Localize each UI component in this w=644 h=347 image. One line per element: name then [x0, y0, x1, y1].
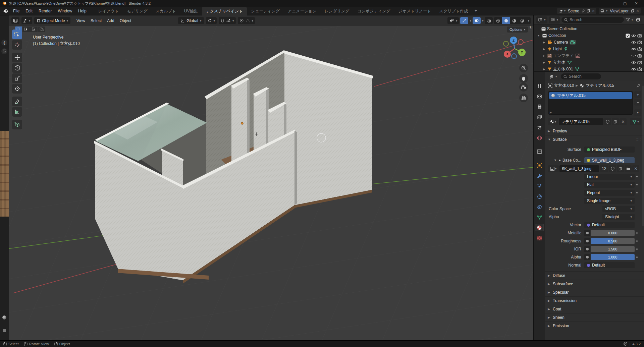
- panel-surface[interactable]: ▼ Surface ⁚⁚⁚⁚: [545, 135, 644, 143]
- extension-dropdown[interactable]: Repeat▾: [584, 190, 635, 196]
- tool-scale[interactable]: [12, 73, 22, 83]
- viewport-3d[interactable]: ▾ Object Mode ▾ View Select Add Object G…: [0, 15, 533, 340]
- gizmo-axis-z-neg[interactable]: [511, 53, 517, 59]
- tool-add-cube[interactable]: [12, 120, 22, 129]
- xray-toggle[interactable]: [485, 17, 493, 24]
- roughness-slider[interactable]: 0.500: [591, 238, 635, 244]
- gizmo-axis-x[interactable]: X: [504, 51, 511, 58]
- snap-toggle-group[interactable]: ▾: [219, 17, 236, 24]
- color-space-dropdown[interactable]: sRGB▾: [602, 206, 635, 212]
- open-image-button[interactable]: [625, 165, 632, 172]
- breadcrumb-material[interactable]: マテリアル.015: [586, 83, 614, 89]
- tab-modeling[interactable]: モデリング: [123, 7, 151, 15]
- panel-sheen[interactable]: ▶Sheen: [545, 313, 644, 322]
- navigation-gizmo[interactable]: Z X Y: [496, 27, 533, 64]
- base-color-texture-button[interactable]: SK_wall_1_3.jpeg: [584, 157, 635, 163]
- row-scene-collection[interactable]: Scene Collection: [534, 25, 644, 32]
- toggle-ortho-button[interactable]: [519, 94, 528, 102]
- tab-constraints[interactable]: [535, 203, 544, 211]
- browse-image-button[interactable]: ▾: [548, 165, 559, 172]
- tab-compositing[interactable]: コンポジティング: [353, 7, 394, 15]
- row-empty-image[interactable]: ▶ エンプティ: [534, 52, 644, 59]
- mode-history-dropdown[interactable]: ▾: [21, 17, 32, 24]
- camera-view-button[interactable]: [519, 83, 528, 92]
- fake-user-button[interactable]: [604, 118, 611, 125]
- tool-select-box[interactable]: [12, 30, 22, 39]
- image-fake-user-button[interactable]: [609, 165, 616, 172]
- tab-render[interactable]: [535, 93, 544, 100]
- animate-dot-icon[interactable]: [635, 240, 639, 242]
- roughness-socket-button[interactable]: [584, 238, 590, 244]
- properties-scrollbar[interactable]: [642, 85, 644, 226]
- expand-caret-icon[interactable]: ▶: [542, 61, 546, 64]
- gizmo-options-chevron[interactable]: ▾: [470, 19, 471, 22]
- eye-open-icon[interactable]: [631, 34, 636, 38]
- remove-slot-button[interactable]: −: [634, 99, 641, 106]
- menu-window[interactable]: Window: [55, 7, 75, 15]
- panel-preview[interactable]: ▶ Preview ⁚⁚⁚⁚: [545, 127, 644, 135]
- expand-caret-icon[interactable]: ▶: [542, 48, 546, 51]
- link-mode-button[interactable]: ▾: [630, 118, 641, 125]
- expand-icon[interactable]: ▶: [550, 111, 552, 114]
- tab-scene[interactable]: [535, 124, 544, 131]
- tab-scripting[interactable]: スクリプト作成: [435, 7, 472, 15]
- collapse-caret-icon[interactable]: ▼: [554, 159, 557, 162]
- drag-handle-icon[interactable]: ⁚⁚⁚⁚: [636, 129, 641, 133]
- copy-material-button[interactable]: [612, 118, 619, 125]
- copy-image-button[interactable]: [617, 165, 624, 172]
- mesh-data-badge[interactable]: [574, 67, 580, 71]
- expand-caret-icon[interactable]: ▼: [537, 34, 541, 37]
- panel-subsurface[interactable]: ▶Subsurface: [545, 280, 644, 288]
- empty-data-badge[interactable]: [575, 53, 581, 58]
- tab-rendering[interactable]: レンダリング: [321, 7, 354, 15]
- show-gizmo-toggle[interactable]: [460, 17, 468, 24]
- render-camera-icon[interactable]: [637, 40, 642, 44]
- gizmo-axis-y[interactable]: Y: [518, 49, 526, 56]
- row-camera[interactable]: ▶ Camera: [534, 39, 644, 46]
- scene-canvas[interactable]: [0, 15, 533, 340]
- surface-shader-button[interactable]: Principled BSDF: [584, 147, 635, 153]
- row-cube[interactable]: ▶ 立方体: [534, 59, 644, 66]
- render-camera-icon[interactable]: [637, 47, 642, 51]
- material-slot-selected[interactable]: マテリアル.015: [549, 92, 632, 99]
- panel-specular[interactable]: ▶Specular: [545, 288, 644, 296]
- image-editor-icon[interactable]: [1, 48, 7, 54]
- panel-diffuse[interactable]: ▶Diffuse: [545, 271, 644, 280]
- selectability-visibility-dropdown[interactable]: ▾: [447, 17, 459, 24]
- outliner-display-mode[interactable]: ▾: [536, 16, 547, 23]
- shading-options-chevron[interactable]: ▾: [526, 19, 531, 22]
- tab-layout[interactable]: レイアウト: [94, 7, 123, 15]
- new-collection-button[interactable]: [635, 16, 642, 23]
- tab-collection[interactable]: [535, 148, 544, 155]
- expand-caret-icon[interactable]: ▶: [542, 41, 546, 44]
- animate-dot-icon[interactable]: [635, 248, 639, 250]
- tab-sculpting[interactable]: スカルプト: [152, 7, 180, 15]
- menu-object[interactable]: Object: [117, 17, 134, 24]
- copy-icon[interactable]: [631, 9, 635, 13]
- expand-editor-button[interactable]: ❮: [1, 40, 7, 46]
- tool-rotate[interactable]: [12, 63, 22, 73]
- select-mode-intersect-button[interactable]: [38, 26, 45, 32]
- row-cube-001[interactable]: ▶ 立方体.001: [534, 66, 644, 71]
- tab-world[interactable]: [535, 134, 544, 141]
- pin-icon[interactable]: [582, 9, 585, 13]
- properties-editor-type[interactable]: ▾: [547, 73, 559, 80]
- tab-object[interactable]: [535, 162, 544, 169]
- tab-particles[interactable]: [535, 182, 544, 190]
- alpha-socket-button[interactable]: [584, 254, 590, 260]
- expand-caret-icon[interactable]: ▶: [542, 68, 546, 71]
- tab-animation[interactable]: アニメーション: [284, 7, 321, 15]
- animate-dot-icon[interactable]: [635, 184, 639, 185]
- editor-type-button[interactable]: [11, 17, 19, 24]
- metallic-slider[interactable]: 0.000: [591, 230, 635, 236]
- eye-open-icon[interactable]: [631, 47, 636, 51]
- browse-material-button[interactable]: ▾: [548, 118, 558, 125]
- material-name-field[interactable]: マテリアル.015: [559, 118, 603, 125]
- tool-annotate[interactable]: [12, 97, 22, 106]
- projection-dropdown[interactable]: Flat▾: [584, 182, 635, 188]
- tool-measure[interactable]: [12, 107, 22, 117]
- panel-transmission[interactable]: ▶Transmission: [545, 296, 644, 305]
- close-button[interactable]: ✕: [631, 1, 642, 6]
- tool-move[interactable]: [12, 53, 22, 62]
- panel-emission[interactable]: ▶Emission: [545, 322, 644, 330]
